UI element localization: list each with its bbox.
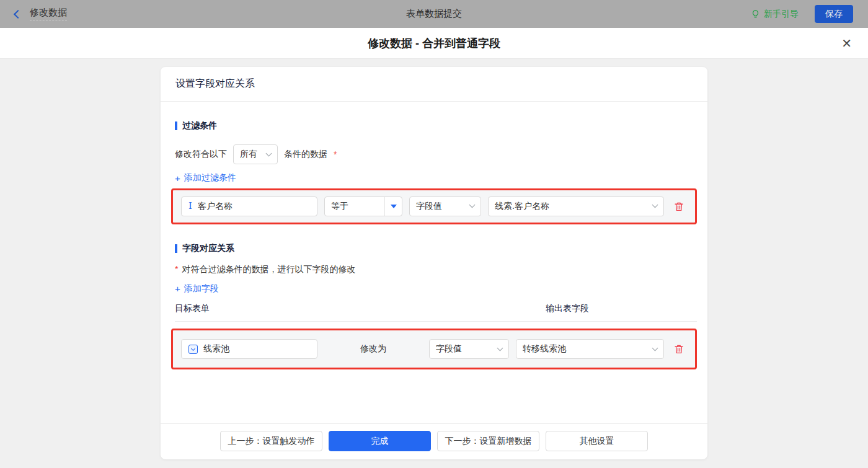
back-chevron-icon [14,9,22,18]
filter-section-title: 过滤条件 [175,120,697,131]
back-label: 修改数据 [30,7,67,21]
dialog-content: 设置字段对应关系 过滤条件 修改符合以下 所有 条件的数据 * + 添加过滤条件 [0,67,868,468]
plus-icon: + [175,174,180,183]
beginner-guide-button[interactable]: 新手引导 [751,9,799,20]
match-scope-select[interactable]: 所有 [233,144,278,164]
add-filter-label: 添加过滤条件 [184,172,236,183]
field-mapping-row: 线索池 修改为 字段值 转移线索池 [171,329,697,369]
target-field-input[interactable]: 线索池 [181,339,317,359]
next-step-button[interactable]: 下一步：设置新增数据 [437,431,539,451]
triangle-down-icon [391,205,397,208]
filter-field-value: 客户名称 [198,201,232,212]
column-header-target: 目标表单 [175,303,546,314]
mapping-section-title: 字段对应关系 [175,243,697,254]
column-header-output: 输出表字段 [546,303,589,314]
match-prefix-label: 修改符合以下 [175,149,227,160]
match-scope-value: 所有 [240,149,257,160]
column-divider [175,321,697,322]
other-settings-button[interactable]: 其他设置 [546,431,648,451]
mapping-description: * 对符合过滤条件的数据，进行以下字段的修改 [175,264,697,275]
target-field-value: 线索池 [203,343,229,355]
output-field-value: 转移线索池 [523,343,566,355]
required-asterisk: * [175,264,178,274]
back-button[interactable]: 修改数据 [15,7,67,21]
source-field-value: 线索.客户名称 [495,201,549,212]
source-field-select[interactable]: 线索.客户名称 [488,196,664,216]
plus-icon: + [175,284,180,293]
chevron-down-icon [266,150,272,156]
close-button[interactable]: ✕ [841,37,852,50]
section-marker [175,121,177,130]
add-field-link[interactable]: + 添加字段 [175,283,219,294]
match-suffix-label: 条件的数据 [284,149,327,160]
done-button[interactable]: 完成 [329,431,431,451]
page-title: 表单数据提交 [0,8,868,20]
add-filter-link[interactable]: + 添加过滤条件 [175,172,236,183]
value-type-value: 字段值 [416,201,442,212]
save-button[interactable]: 保存 [815,5,853,23]
dialog-header: 修改数据 - 合并到普通字段 ✕ [0,28,868,59]
delete-mapping-button[interactable] [671,343,687,355]
add-field-label: 添加字段 [184,283,219,294]
action-label: 修改为 [324,343,422,355]
mapping-column-headers: 目标表单 输出表字段 [175,303,697,314]
delete-filter-button[interactable] [671,201,687,212]
settings-card: 设置字段对应关系 过滤条件 修改符合以下 所有 条件的数据 * + 添加过滤条件 [161,67,707,459]
chevron-down-icon [497,345,503,351]
output-type-select[interactable]: 字段值 [429,339,509,359]
filter-field-input[interactable]: 客户名称 [181,196,317,216]
guide-label: 新手引导 [764,9,799,20]
card-title: 设置字段对应关系 [161,67,707,102]
dialog-footer: 上一步：设置触发动作 完成 下一步：设置新增数据 其他设置 [161,423,707,459]
output-field-select[interactable]: 转移线索池 [516,339,664,359]
topbar: 修改数据 表单数据提交 新手引导 保存 [0,0,868,28]
dialog-title: 修改数据 - 合并到普通字段 [368,36,500,51]
section-marker [175,244,177,253]
close-icon: ✕ [841,37,852,50]
required-asterisk: * [334,149,337,159]
operator-value: 等于 [325,201,384,212]
chevron-down-icon [469,202,476,208]
text-field-icon [188,201,192,211]
select-field-icon [188,345,198,354]
trash-icon [673,201,684,212]
output-type-value: 字段值 [436,343,462,355]
chevron-down-icon [652,345,658,351]
value-type-select[interactable]: 字段值 [409,196,481,216]
operator-dropdown-button[interactable] [384,197,402,216]
prev-step-button[interactable]: 上一步：设置触发动作 [220,431,322,451]
filter-condition-row: 客户名称 等于 字段值 线索.客户名称 [171,188,697,224]
match-condition-row: 修改符合以下 所有 条件的数据 * [175,144,697,164]
chevron-down-icon [652,202,658,208]
trash-icon [673,343,684,355]
lightbulb-icon [751,9,760,19]
operator-select[interactable]: 等于 [324,196,402,216]
